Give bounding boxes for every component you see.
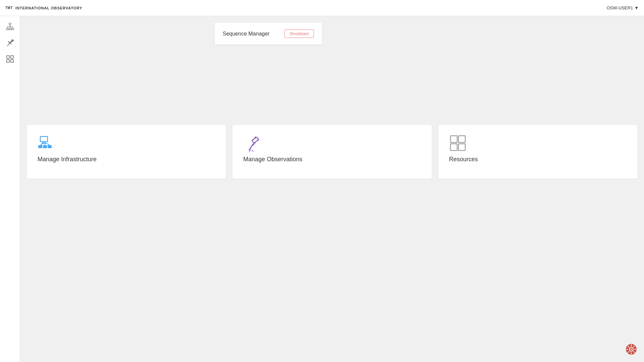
svg-rect-17 (40, 136, 48, 142)
infrastructure-icon (6, 22, 14, 31)
chevron-down-icon: ▼ (634, 5, 639, 10)
brand-name: INTERNATIONAL OBSERVATORY (15, 6, 82, 10)
manage-infrastructure-card[interactable]: Manage Infrastructure (27, 125, 226, 179)
svg-rect-22 (43, 145, 47, 148)
svg-rect-15 (7, 60, 9, 62)
user-menu[interactable]: OSW-USER1 ▼ (607, 5, 639, 10)
main-content: Sequence Manager Shutdown (20, 16, 644, 362)
svg-rect-13 (7, 56, 9, 58)
settings-fab[interactable] (624, 342, 639, 357)
user-name: OSW-USER1 (607, 5, 633, 10)
svg-rect-23 (48, 145, 52, 148)
resources-sidebar-icon (6, 55, 14, 63)
header: TMT INTERNATIONAL OBSERVATORY OSW-USER1 … (0, 0, 644, 16)
shutdown-button[interactable]: Shutdown (284, 29, 314, 38)
sidebar-item-observations[interactable] (3, 36, 17, 50)
svg-rect-21 (38, 145, 42, 148)
svg-rect-35 (459, 136, 465, 142)
svg-rect-3 (12, 28, 14, 30)
resources-title: Resources (449, 156, 627, 163)
svg-point-40 (630, 348, 632, 350)
brand-logo: TMT (5, 6, 13, 10)
resources-card[interactable]: Resources (438, 125, 637, 179)
observations-card-icon: ✦ ✦ (243, 134, 259, 150)
observations-sidebar-icon (6, 39, 14, 47)
sidebar-item-resources[interactable] (3, 52, 17, 66)
svg-rect-0 (9, 23, 11, 24)
sequence-manager-title: Sequence Manager (223, 31, 270, 37)
sidebar (0, 16, 20, 362)
sequence-manager-card: Sequence Manager Shutdown (215, 23, 322, 45)
svg-line-33 (252, 150, 253, 152)
manage-observations-title: Manage Observations (243, 156, 421, 163)
resources-card-icon (449, 134, 465, 150)
manage-observations-card[interactable]: ✦ ✦ Manage Observations (232, 125, 431, 179)
sidebar-item-infrastructure[interactable] (3, 20, 17, 34)
svg-rect-31 (252, 137, 259, 143)
svg-line-26 (46, 143, 50, 145)
svg-rect-37 (459, 144, 465, 150)
manage-infrastructure-title: Manage Infrastructure (38, 156, 215, 163)
svg-rect-34 (450, 136, 457, 142)
svg-rect-14 (11, 56, 13, 58)
cards-row: Manage Infrastructure ✦ ✦ M (27, 125, 637, 179)
svg-rect-1 (6, 28, 8, 30)
svg-rect-16 (11, 60, 13, 62)
settings-icon (625, 343, 637, 355)
svg-rect-2 (9, 28, 11, 30)
brand: TMT INTERNATIONAL OBSERVATORY (5, 6, 82, 10)
svg-rect-36 (450, 144, 457, 150)
infrastructure-card-icon (38, 134, 54, 150)
